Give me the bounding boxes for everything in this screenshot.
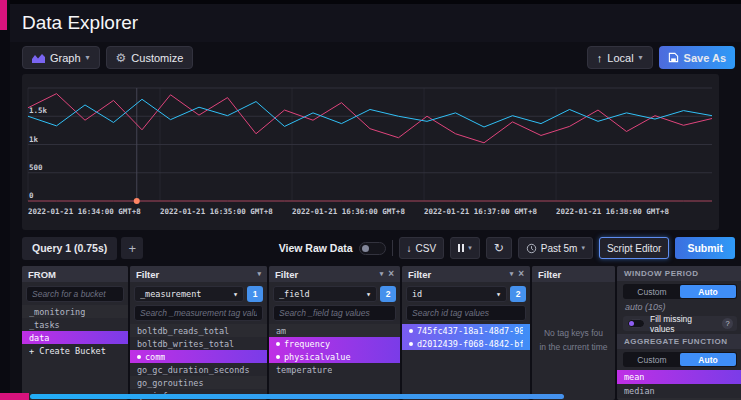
tag-value-item[interactable]: am bbox=[269, 324, 400, 337]
from-panel-header[interactable]: FROM bbox=[22, 266, 128, 282]
toolbar: Graph ▾ ⚙ Customize ↑ Local ▾ Save As bbox=[22, 46, 735, 69]
window-custom-option[interactable]: Custom bbox=[624, 285, 680, 298]
svg-text:2022-01-21 16:35:00 GMT+8: 2022-01-21 16:35:00 GMT+8 bbox=[160, 207, 273, 216]
measurement-search-input[interactable] bbox=[134, 305, 263, 321]
refresh-icon: ↻ bbox=[494, 242, 504, 254]
aggregate-function-header: AGGREGATE FUNCTION bbox=[617, 334, 741, 349]
chevron-down-icon[interactable]: ▾ bbox=[510, 270, 514, 278]
csv-label: CSV bbox=[416, 243, 437, 254]
horizontal-scrollbar[interactable] bbox=[30, 394, 564, 399]
function-item-selected[interactable]: mean bbox=[617, 370, 741, 384]
filter-panel-title: Filter bbox=[275, 269, 298, 280]
bucket-search-input[interactable] bbox=[26, 286, 124, 302]
tag-key-dropdown[interactable]: _measurement ▾ bbox=[134, 286, 244, 302]
empty-filter-message: No tag keys fou in the current time bbox=[532, 282, 615, 400]
filter-panel-header[interactable]: Filter ▾ × bbox=[269, 266, 400, 282]
chevron-down-icon[interactable]: ▾ bbox=[380, 270, 384, 278]
filter-panel-header[interactable]: Filter ▾ bbox=[130, 266, 267, 282]
chevron-down-icon: ▾ bbox=[639, 53, 643, 62]
page-header: Data Explorer bbox=[22, 12, 138, 34]
bucket-item[interactable]: _tasks bbox=[22, 318, 128, 331]
tag-key-dropdown[interactable]: id ▾ bbox=[406, 286, 507, 302]
download-csv-button[interactable]: ↓ CSV bbox=[399, 237, 445, 259]
selected-dot bbox=[409, 342, 413, 346]
query-tab-label: Query 1 (0.75s) bbox=[32, 242, 107, 254]
from-panel-title: FROM bbox=[28, 269, 56, 280]
aggregate-function-list: mean median last bbox=[617, 370, 741, 400]
tag-value-item-selected[interactable]: 745fc437-18a1-48d7-98a6-7… bbox=[402, 324, 530, 337]
filter-panel-header[interactable]: Filter bbox=[532, 266, 615, 282]
tag-value-item-selected[interactable]: d2012439-f068-4842-bfef-8… bbox=[402, 337, 530, 350]
corner-accent bbox=[0, 0, 7, 30]
tag-value-item[interactable]: boltdb_writes_total bbox=[130, 337, 267, 350]
refresh-button[interactable]: ↻ bbox=[486, 237, 512, 259]
from-panel: FROM _monitoring _tasks data + Create Bu… bbox=[22, 266, 128, 400]
field-search-input[interactable] bbox=[273, 305, 396, 321]
aggregate-custom-option[interactable]: Custom bbox=[624, 353, 680, 366]
window-period-header: WINDOW PERIOD bbox=[617, 266, 741, 281]
aggregate-auto-option[interactable]: Auto bbox=[680, 353, 736, 366]
bucket-item[interactable]: _monitoring bbox=[22, 305, 128, 318]
tag-value-item-selected[interactable]: physicalvalue bbox=[269, 350, 400, 363]
time-range-dropdown[interactable]: Past 5m ▾ bbox=[518, 237, 593, 259]
view-type-dropdown[interactable]: Graph ▾ bbox=[22, 46, 100, 69]
view-type-label: Graph bbox=[50, 52, 81, 64]
filter-panel-header[interactable]: Filter ▾ × bbox=[402, 266, 530, 282]
help-icon[interactable]: ? bbox=[722, 318, 733, 329]
toolbar-right: ↑ Local ▾ Save As bbox=[587, 46, 735, 69]
chevron-down-icon: ▾ bbox=[233, 289, 238, 299]
aggregate-function-body: Custom Auto bbox=[617, 349, 741, 370]
customize-button[interactable]: ⚙ Customize bbox=[106, 46, 194, 69]
selected-count-badge: 2 bbox=[380, 286, 396, 302]
scrollbar-accent[interactable] bbox=[0, 393, 29, 400]
save-as-button[interactable]: Save As bbox=[659, 46, 735, 69]
scope-dropdown[interactable]: ↑ Local ▾ bbox=[587, 46, 653, 69]
tag-value-item[interactable]: go_gc_duration_seconds bbox=[130, 363, 267, 376]
view-raw-data-label: View Raw Data bbox=[279, 242, 353, 254]
tag-value-item-selected[interactable]: frequency bbox=[269, 337, 400, 350]
bucket-list: _monitoring _tasks data + Create Bucket bbox=[22, 305, 128, 400]
svg-text:1k: 1k bbox=[29, 135, 39, 144]
window-auto-option[interactable]: Auto bbox=[680, 285, 736, 298]
tag-value-item-selected[interactable]: comm bbox=[130, 350, 267, 363]
tag-key-row: _measurement ▾ 1 bbox=[134, 286, 263, 302]
submit-button[interactable]: Submit bbox=[675, 237, 735, 259]
measurement-filter-panel: Filter ▾ _measurement ▾ 1 boltdb_reads_t… bbox=[130, 266, 267, 400]
filter-panel-body: id ▾ 2 745fc437-18a1-48d7-98a6-7… d20124… bbox=[402, 282, 530, 400]
view-raw-data-toggle[interactable] bbox=[359, 242, 386, 255]
svg-text:1.5k: 1.5k bbox=[29, 106, 48, 115]
fill-missing-values-toggle[interactable] bbox=[627, 319, 645, 328]
function-item[interactable]: median bbox=[617, 384, 741, 398]
save-as-label: Save As bbox=[684, 52, 726, 64]
chevron-down-icon: ▾ bbox=[496, 289, 501, 299]
pause-refresh-dropdown[interactable]: ▾ bbox=[450, 237, 480, 259]
chevron-down-icon: ▾ bbox=[468, 244, 472, 252]
selected-count-badge: 2 bbox=[510, 286, 526, 302]
create-bucket-button[interactable]: + Create Bucket bbox=[22, 344, 128, 357]
pause-icon bbox=[458, 244, 464, 252]
bucket-item-selected[interactable]: data bbox=[22, 331, 128, 344]
tag-value-item[interactable]: go_goroutines bbox=[130, 376, 267, 389]
id-filter-panel: Filter ▾ × id ▾ 2 745fc437-18a1-48d7-98a… bbox=[402, 266, 530, 400]
clock-icon bbox=[526, 243, 537, 254]
svg-text:2022-01-21 16:36:00 GMT+8: 2022-01-21 16:36:00 GMT+8 bbox=[292, 207, 405, 216]
query-tab[interactable]: Query 1 (0.75s) bbox=[22, 237, 117, 260]
chevron-down-icon[interactable]: ▾ bbox=[257, 270, 261, 278]
aggregate-mode-toggle: Custom Auto bbox=[623, 352, 737, 367]
divider bbox=[392, 240, 393, 256]
script-editor-button[interactable]: Script Editor bbox=[599, 237, 669, 259]
id-search-input[interactable] bbox=[406, 305, 526, 321]
tag-key-dropdown[interactable]: _field ▾ bbox=[273, 286, 377, 302]
scope-label: Local bbox=[607, 52, 633, 64]
selected-count-badge: 1 bbox=[247, 286, 263, 302]
empty-filter-panel: Filter No tag keys fou in the current ti… bbox=[532, 266, 615, 400]
tag-value-item[interactable]: temperature bbox=[269, 363, 400, 376]
tag-value-item[interactable]: boltdb_reads_total bbox=[130, 324, 267, 337]
add-query-button[interactable]: + bbox=[121, 237, 143, 259]
close-icon[interactable]: × bbox=[518, 269, 524, 279]
script-editor-label: Script Editor bbox=[607, 243, 661, 254]
from-panel-body: _monitoring _tasks data + Create Bucket bbox=[22, 282, 128, 400]
close-icon[interactable]: × bbox=[388, 269, 394, 279]
selected-dot bbox=[276, 342, 280, 346]
svg-text:2022-01-21 16:38:00 GMT+8: 2022-01-21 16:38:00 GMT+8 bbox=[556, 207, 669, 216]
